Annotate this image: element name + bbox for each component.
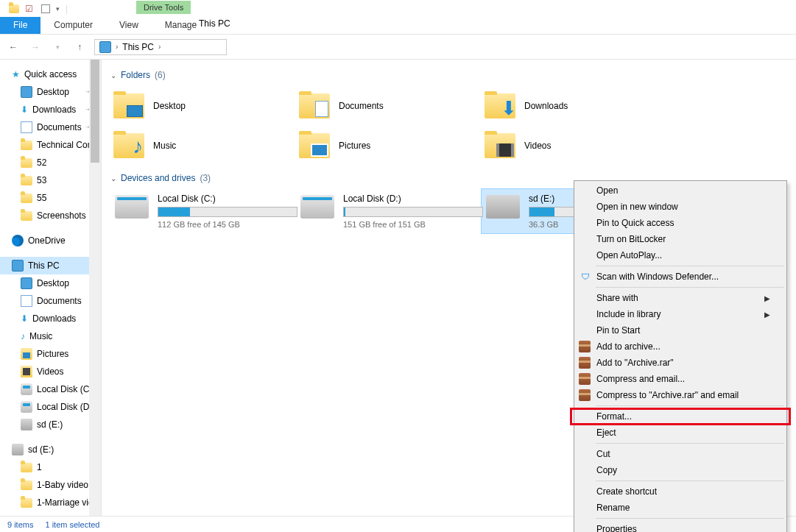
folder-item[interactable]: ♪ Music bbox=[110, 126, 296, 166]
context-menu-label: Turn on BitLocker bbox=[596, 234, 666, 244]
quick-access-toolbar: ☑ ▾ | bbox=[0, 4, 68, 14]
shield-icon: 🛡 bbox=[579, 270, 592, 283]
folder-item[interactable]: Documents bbox=[296, 86, 482, 126]
sidebar-item[interactable]: 1-Marriage video bbox=[0, 494, 101, 511]
sidebar-item[interactable]: Desktop 📌 bbox=[0, 83, 101, 101]
sidebar-item[interactable]: 52 bbox=[0, 154, 101, 171]
sidebar-item[interactable]: Documents 📌 bbox=[0, 118, 101, 136]
sidebar-item[interactable]: Pictures bbox=[0, 345, 101, 363]
context-menu-item[interactable]: Format... bbox=[576, 408, 785, 425]
ribbon-tabs: Drive Tools This PC File Computer View M… bbox=[0, 17, 796, 35]
sidebar-item[interactable]: 1-Baby video bbox=[0, 476, 101, 494]
tab-file[interactable]: File bbox=[0, 17, 40, 34]
status-item-count: 9 items bbox=[7, 520, 33, 529]
sidebar-item[interactable]: ⬇ Downloads bbox=[0, 310, 101, 327]
folder-icon bbox=[21, 463, 32, 472]
context-menu-label: Add to "Archive.rar" bbox=[596, 358, 674, 368]
sidebar-item-label: Desktop bbox=[37, 278, 69, 288]
address-bar[interactable]: › This PC › bbox=[94, 39, 227, 55]
drive-item[interactable]: Local Disk (D:) 151 GB free of 151 GB bbox=[296, 189, 482, 233]
sidebar-item[interactable]: 1 bbox=[0, 458, 101, 476]
chevron-right-icon[interactable]: › bbox=[116, 43, 118, 51]
sidebar-quick-access[interactable]: ★ Quick access bbox=[0, 65, 101, 83]
context-menu-item[interactable]: Share with▶ bbox=[576, 290, 785, 306]
documents-icon bbox=[21, 295, 32, 307]
folder-label: Videos bbox=[524, 141, 551, 151]
sidebar-scrollbar[interactable] bbox=[89, 60, 101, 516]
sidebar-removable[interactable]: sd (E:) bbox=[0, 441, 101, 458]
sidebar-item[interactable]: Documents bbox=[0, 292, 101, 310]
breadcrumb-this-pc[interactable]: This PC bbox=[122, 42, 154, 52]
context-menu-label: Open AutoPlay... bbox=[596, 250, 662, 260]
sidebar-onedrive[interactable]: OneDrive bbox=[0, 232, 101, 249]
sidebar-item[interactable]: Technical Content 📌 bbox=[0, 136, 101, 154]
tab-view[interactable]: View bbox=[106, 17, 152, 34]
sidebar-label: OneDrive bbox=[28, 235, 66, 246]
sidebar-item[interactable]: Screenshots bbox=[0, 207, 101, 224]
sidebar-item-label: 52 bbox=[37, 157, 46, 168]
folder-item[interactable]: Videos bbox=[482, 126, 667, 166]
sidebar-this-pc[interactable]: This PC bbox=[0, 257, 101, 274]
nav-recent-dropdown[interactable]: ▾ bbox=[50, 40, 65, 54]
section-folders[interactable]: ⌄ Folders (6) bbox=[110, 70, 787, 80]
folder-label: Downloads bbox=[524, 101, 568, 111]
context-menu-item[interactable]: Rename bbox=[576, 500, 785, 516]
context-menu-item[interactable]: Include in library▶ bbox=[576, 306, 785, 322]
nav-up-button[interactable]: ↑ bbox=[72, 40, 87, 54]
qat-dropdown-icon[interactable]: ▾ bbox=[56, 5, 60, 13]
context-menu-label: Add to archive... bbox=[596, 341, 661, 352]
folder-item[interactable]: ⬇ Downloads bbox=[482, 86, 667, 126]
sidebar-item-label: Desktop bbox=[37, 87, 69, 97]
context-menu-item[interactable]: Copy bbox=[576, 462, 785, 478]
context-menu-item[interactable]: Turn on BitLocker bbox=[576, 231, 785, 247]
context-menu-item[interactable]: Create shortcut bbox=[576, 483, 785, 500]
qat-properties-icon[interactable]: ☑ bbox=[25, 4, 35, 14]
context-menu-separator bbox=[596, 443, 784, 444]
chevron-right-icon[interactable]: › bbox=[158, 43, 161, 51]
context-menu-label: Pin to Start bbox=[596, 325, 640, 336]
context-menu-item[interactable]: Add to archive... bbox=[576, 338, 785, 355]
this-pc-icon bbox=[12, 260, 24, 272]
sidebar-item-label: Music bbox=[29, 331, 52, 341]
context-menu-item[interactable]: 🛡Scan with Windows Defender... bbox=[576, 269, 785, 285]
context-menu-item[interactable]: Open in new window bbox=[576, 199, 785, 215]
nav-forward-button[interactable]: → bbox=[28, 40, 43, 54]
sidebar-item-label: Pictures bbox=[37, 349, 68, 359]
drive-item[interactable]: Local Disk (C:) 112 GB free of 145 GB bbox=[110, 189, 296, 233]
nav-back-button[interactable]: ← bbox=[6, 40, 21, 54]
context-menu: OpenOpen in new windowPin to Quick acces… bbox=[574, 180, 787, 532]
folder-label: Music bbox=[153, 141, 176, 151]
qat-new-folder-icon[interactable] bbox=[41, 4, 50, 13]
context-menu-item[interactable]: Cut bbox=[576, 446, 785, 462]
sidebar-item-label: Videos bbox=[37, 366, 63, 377]
context-menu-label: Properties bbox=[596, 524, 637, 532]
context-menu-item[interactable]: Compress to "Archive.rar" and email bbox=[576, 387, 785, 403]
sidebar-item-label: sd (E:) bbox=[37, 419, 63, 430]
onedrive-icon bbox=[12, 235, 24, 247]
sidebar-item[interactable]: Desktop bbox=[0, 274, 101, 292]
folder-icon bbox=[21, 158, 32, 168]
context-menu-item[interactable]: Properties bbox=[576, 521, 785, 532]
context-menu-item[interactable]: Open AutoPlay... bbox=[576, 247, 785, 263]
context-menu-item[interactable]: Add to "Archive.rar" bbox=[576, 355, 785, 371]
sidebar-item-label: 55 bbox=[37, 193, 46, 203]
context-menu-item[interactable]: Pin to Quick access bbox=[576, 215, 785, 231]
sidebar-item[interactable]: 53 bbox=[0, 171, 101, 189]
folder-item[interactable]: Pictures bbox=[296, 126, 482, 166]
context-menu-item[interactable]: Compress and email... bbox=[576, 371, 785, 387]
sidebar-item[interactable]: Local Disk (D:) bbox=[0, 398, 101, 416]
folder-icon bbox=[113, 93, 144, 118]
folder-item[interactable]: Desktop bbox=[110, 86, 296, 126]
context-menu-item[interactable]: Open bbox=[576, 182, 785, 199]
sidebar-item[interactable]: ⬇ Downloads 📌 bbox=[0, 101, 101, 118]
chevron-down-icon: ⌄ bbox=[110, 174, 116, 182]
sidebar-item[interactable]: Local Disk (C:) bbox=[0, 380, 101, 398]
tab-computer[interactable]: Computer bbox=[40, 17, 106, 34]
context-menu-item[interactable]: Eject bbox=[576, 425, 785, 441]
sidebar-item[interactable]: ♪ Music bbox=[0, 327, 101, 345]
sidebar-item[interactable]: Videos bbox=[0, 363, 101, 380]
context-menu-item[interactable]: Pin to Start bbox=[576, 322, 785, 338]
section-count: (6) bbox=[155, 70, 166, 80]
sidebar-item[interactable]: 55 bbox=[0, 189, 101, 207]
sidebar-item[interactable]: sd (E:) bbox=[0, 416, 101, 433]
